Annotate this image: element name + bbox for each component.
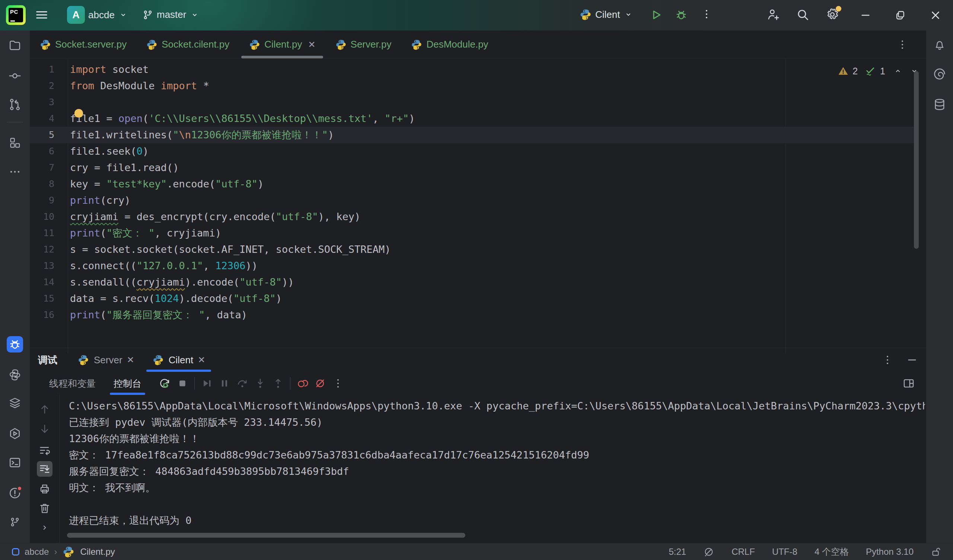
more-tools-icon[interactable] <box>7 164 23 180</box>
settings-gear-icon[interactable] <box>818 8 847 22</box>
breadcrumb-project[interactable]: abcde <box>25 547 49 557</box>
debug-button[interactable] <box>675 8 688 22</box>
code-line-13[interactable]: 13s.connect(("127.0.0.1", 12306)) <box>30 258 916 274</box>
close-icon[interactable]: ✕ <box>308 39 315 50</box>
line-separator[interactable]: CRLF <box>731 547 755 557</box>
code-line-10[interactable]: 10cryjiami = des_encrypt(cry.encode("utf… <box>30 209 916 225</box>
debug-view-控制台[interactable]: 控制台 <box>105 372 151 395</box>
line-number[interactable]: 10 <box>30 209 54 225</box>
code-line-12[interactable]: 12s = socket.socket(socket.AF_INET, sock… <box>30 241 916 258</box>
python-console-tool-icon[interactable] <box>7 367 23 383</box>
debug-tab-Cilent[interactable]: Cilent✕ <box>143 348 214 372</box>
more-actions-icon[interactable] <box>701 8 712 20</box>
line-number[interactable]: 2 <box>30 78 54 94</box>
debug-options-icon[interactable] <box>882 354 893 366</box>
console-output[interactable]: C:\Users\86155\AppData\Local\Microsoft\W… <box>69 398 925 539</box>
tab-options-icon[interactable] <box>896 39 908 51</box>
commit-tool-icon[interactable] <box>7 68 23 84</box>
editor-tab-DesModule.py[interactable]: DesModule.py <box>401 31 498 58</box>
version-control-tool-icon[interactable] <box>7 514 23 530</box>
code-line-6[interactable]: 6file1.seek(0) <box>30 143 916 159</box>
code-line-9[interactable]: 9print(cry) <box>30 192 916 209</box>
code-line-7[interactable]: 7cry = file1.read() <box>30 159 916 176</box>
lock-icon[interactable] <box>931 546 942 557</box>
database-tool-icon[interactable] <box>931 96 948 113</box>
layout-settings-icon[interactable] <box>902 377 915 390</box>
prev-problem-icon[interactable] <box>893 66 903 76</box>
structure-tool-icon[interactable] <box>7 135 23 151</box>
print-icon[interactable] <box>37 481 53 497</box>
breadcrumb[interactable]: abcde › Cilent.py <box>12 546 115 558</box>
rerun-debug-icon[interactable] <box>155 377 174 390</box>
code-line-8[interactable]: 8key = "test*key".encode("utf-8") <box>30 176 916 192</box>
code-line-3[interactable]: 3 <box>30 94 916 110</box>
problems-tool-icon[interactable] <box>7 485 23 501</box>
stop-icon[interactable] <box>174 377 191 390</box>
hide-panel-icon[interactable] <box>906 354 918 366</box>
scroll-to-end-icon[interactable] <box>37 461 53 477</box>
project-tool-icon[interactable] <box>7 37 23 54</box>
line-number[interactable]: 16 <box>30 307 54 323</box>
caret-position[interactable]: 5:21 <box>669 547 686 557</box>
line-number[interactable]: 3 <box>30 94 54 110</box>
view-breakpoints-icon[interactable] <box>293 377 311 390</box>
close-button[interactable] <box>918 0 953 31</box>
code-line-15[interactable]: 15data = s.recv(1024).decode("utf-8") <box>30 291 916 307</box>
services-tool-icon[interactable] <box>7 425 23 442</box>
search-everywhere-icon[interactable] <box>788 8 818 22</box>
code-line-2[interactable]: 2from DesModule import * <box>30 78 916 94</box>
line-number[interactable]: 12 <box>30 241 54 258</box>
line-number[interactable]: 14 <box>30 274 54 291</box>
line-number[interactable]: 4 <box>30 110 54 127</box>
line-number[interactable]: 5 <box>30 127 54 143</box>
pull-requests-tool-icon[interactable] <box>7 96 23 113</box>
code-with-me-icon[interactable] <box>758 8 788 22</box>
editor-tab-Socket.server.py[interactable]: Socket.server.py <box>30 31 136 58</box>
editor-tab-Cilent.py[interactable]: Cilent.py✕ <box>239 31 325 58</box>
editor-tab-Server.py[interactable]: Server.py <box>325 31 401 58</box>
line-number[interactable]: 6 <box>30 143 54 159</box>
minimize-button[interactable] <box>848 0 883 31</box>
run-button[interactable] <box>649 8 663 22</box>
debug-tab-Server[interactable]: Server✕ <box>68 348 143 372</box>
expand-toolbar-icon[interactable] <box>37 520 53 535</box>
line-number[interactable]: 13 <box>30 258 54 274</box>
line-number[interactable]: 15 <box>30 291 54 307</box>
mute-breakpoints-icon[interactable] <box>311 377 329 390</box>
notifications-bell-icon[interactable] <box>931 36 948 53</box>
code-line-1[interactable]: 1import socket <box>30 61 916 78</box>
editor-scrollbar[interactable] <box>914 71 919 249</box>
interpreter[interactable]: Python 3.10 <box>866 547 914 557</box>
code-line-5[interactable]: 5file1.writelines("\n12306你的票都被谁抢啦！！") <box>30 127 916 143</box>
code-line-16[interactable]: 16print("服务器回复密文： ", data) <box>30 307 916 323</box>
debug-tool-icon[interactable] <box>7 336 23 353</box>
breadcrumb-file[interactable]: Cilent.py <box>80 547 115 557</box>
terminal-tool-icon[interactable] <box>7 455 23 471</box>
file-encoding[interactable]: UTF-8 <box>772 547 798 557</box>
code-line-14[interactable]: 14s.sendall((cryjiami).encode("utf-8")) <box>30 274 916 291</box>
code-editor[interactable]: 1import socket2from DesModule import *34… <box>30 59 926 378</box>
line-number[interactable]: 9 <box>30 192 54 209</box>
clear-console-icon[interactable] <box>37 501 53 516</box>
console-hscrollbar[interactable] <box>67 533 465 538</box>
code-line-11[interactable]: 11print("密文： ", cryjiami) <box>30 225 916 241</box>
git-branch-widget[interactable]: master <box>142 9 200 20</box>
close-icon[interactable]: ✕ <box>127 355 134 365</box>
main-menu-icon[interactable] <box>34 8 49 22</box>
code-line-4[interactable]: 4file1 = open('C:\\Users\\86155\\Desktop… <box>30 110 916 127</box>
indent-style[interactable]: 4 个空格 <box>815 546 849 558</box>
intention-bulb-icon[interactable] <box>75 109 83 118</box>
restore-button[interactable] <box>883 0 918 31</box>
python-packages-tool-icon[interactable] <box>7 395 23 411</box>
editor-tab-Socket.cilent.py[interactable]: Socket.cilent.py <box>136 31 239 58</box>
run-config-widget[interactable]: Cilent <box>579 8 633 21</box>
project-widget[interactable]: A abcde <box>67 6 129 24</box>
line-number[interactable]: 1 <box>30 61 54 78</box>
inspections-widget[interactable]: 2 1 <box>838 65 919 77</box>
console-more-icon[interactable] <box>329 377 347 389</box>
soft-wrap-icon[interactable] <box>37 442 53 458</box>
line-number[interactable]: 11 <box>30 225 54 241</box>
highlighting-level-icon[interactable] <box>703 546 714 557</box>
close-icon[interactable]: ✕ <box>198 355 205 365</box>
line-number[interactable]: 8 <box>30 176 54 192</box>
